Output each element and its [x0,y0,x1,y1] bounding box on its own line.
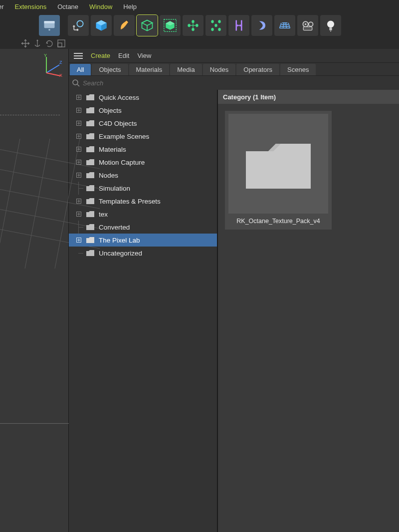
hamburger-icon[interactable] [74,52,83,59]
tab-scenes[interactable]: Scenes [280,64,316,75]
tree-node-converted[interactable]: Converted [69,221,217,234]
tree-label: Templates & Presets [99,198,161,205]
asset-browser-button[interactable] [39,15,60,36]
tree-node-quick-access[interactable]: Quick Access [69,91,217,104]
cube-primitive-button[interactable] [91,15,112,36]
folder-icon [86,120,95,127]
spline-pen-button[interactable] [114,15,135,36]
asset-thumbnail[interactable]: RK_Octane_Texture_Pack_v4 [225,111,332,230]
svg-marker-21 [211,27,213,31]
menu-item-window[interactable]: Window [89,3,112,10]
svg-line-53 [25,139,50,268]
deformer-button[interactable] [251,15,272,36]
svg-line-52 [0,139,20,268]
tree-label: Uncategorized [99,250,142,257]
field-cube-button[interactable] [160,15,181,36]
folder-icon [86,94,95,101]
tab-objects[interactable]: Objects [92,64,128,75]
svg-rect-38 [58,40,65,47]
folder-icon [86,133,95,140]
svg-marker-14 [192,27,194,31]
svg-line-59 [77,84,79,86]
svg-text:X: X [59,73,62,77]
svg-marker-22 [218,27,220,31]
svg-marker-23 [214,24,217,27]
tab-operators[interactable]: Operators [236,64,279,75]
panel-menu-edit[interactable]: Edit [118,52,129,59]
category-tree: Quick Access Objects C4D Objects Example… [69,90,217,532]
camera-button[interactable] [297,15,318,36]
tab-materials[interactable]: Materials [129,64,170,75]
tab-all[interactable]: All [70,64,91,75]
folder-thumbnail-icon [228,114,328,214]
transform-mode-row [0,38,399,49]
rotate-icon[interactable] [45,39,54,48]
mograph-cloner-button[interactable] [183,15,203,36]
tree-node-tex[interactable]: tex [69,208,217,221]
svg-line-44 [46,73,60,76]
menu-item-help[interactable]: Help [123,3,137,10]
light-button[interactable] [320,15,341,36]
tree-node-uncategorized[interactable]: Uncategorized [69,247,217,260]
folder-icon [86,250,95,257]
svg-rect-31 [303,27,312,30]
tab-media[interactable]: Media [170,64,201,75]
svg-point-33 [327,20,334,27]
folder-icon [86,159,95,166]
viewport-divider [0,423,69,424]
panel-header: Create Edit View [69,49,399,63]
svg-point-2 [48,29,50,31]
tree-node-nodes[interactable]: Nodes [69,169,217,182]
search-icon[interactable] [72,79,80,87]
svg-point-32 [305,23,307,25]
svg-marker-8 [142,20,153,26]
filter-tabs: All Objects Materials Media Nodes Operat… [69,63,399,76]
svg-marker-20 [218,20,220,23]
folder-icon [86,211,95,218]
folder-icon [86,107,95,114]
scale-icon[interactable] [57,39,66,48]
menu-item-octane[interactable]: Octane [57,3,78,10]
svg-point-3 [77,20,83,26]
floor-grid-button[interactable] [274,15,295,36]
menu-item-extensions[interactable]: Extensions [15,3,47,10]
tree-node-example-scenes[interactable]: Example Scenes [69,130,217,143]
tree-label: Quick Access [99,94,139,101]
tree-label: Materials [99,146,126,153]
viewport[interactable]: Y Z X [0,49,69,532]
tree-node-motion-capture[interactable]: Motion Capture [69,156,217,169]
tree-node-c4d-objects[interactable]: C4D Objects [69,117,217,130]
axis-gizmo[interactable]: Y Z X [39,53,63,77]
tree-node-materials[interactable]: Materials [69,143,217,156]
folder-icon [86,146,95,153]
mograph-matrix-button[interactable] [205,15,226,36]
tree-label: Nodes [99,172,118,179]
panel-body: Quick Access Objects C4D Objects Example… [69,90,399,532]
folder-icon [86,198,95,205]
svg-marker-13 [192,20,194,23]
tree-label: tex [99,211,108,218]
distance-tool-button[interactable] [228,15,249,36]
panel-menu-create[interactable]: Create [91,52,110,59]
anchor-icon[interactable] [33,39,42,48]
thumbnail-grid: RK_Octane_Texture_Pack_v4 [218,104,399,237]
folder-icon [86,185,95,192]
tree-node-simulation[interactable]: Simulation [69,182,217,195]
move-icon[interactable] [21,39,30,48]
main-toolbar [0,13,399,38]
tree-node-objects[interactable]: Objects [69,104,217,117]
svg-marker-15 [188,24,191,27]
search-input[interactable] [83,79,396,87]
search-row [69,76,399,90]
viewport-guide-line [0,115,60,115]
tree-node-the-pixel-lab[interactable]: The Pixel Lab [69,234,217,247]
svg-text:Z: Z [59,60,62,65]
tree-node-templates-presets[interactable]: Templates & Presets [69,195,217,208]
tab-nodes[interactable]: Nodes [203,64,236,75]
panel-menu-view[interactable]: View [137,52,151,59]
svg-rect-39 [58,43,62,47]
axis-tool-button[interactable] [68,15,89,36]
generator-cube-button[interactable] [137,15,158,36]
svg-text:Y: Y [44,53,47,58]
menu-item-truncated[interactable]: er [0,3,4,10]
